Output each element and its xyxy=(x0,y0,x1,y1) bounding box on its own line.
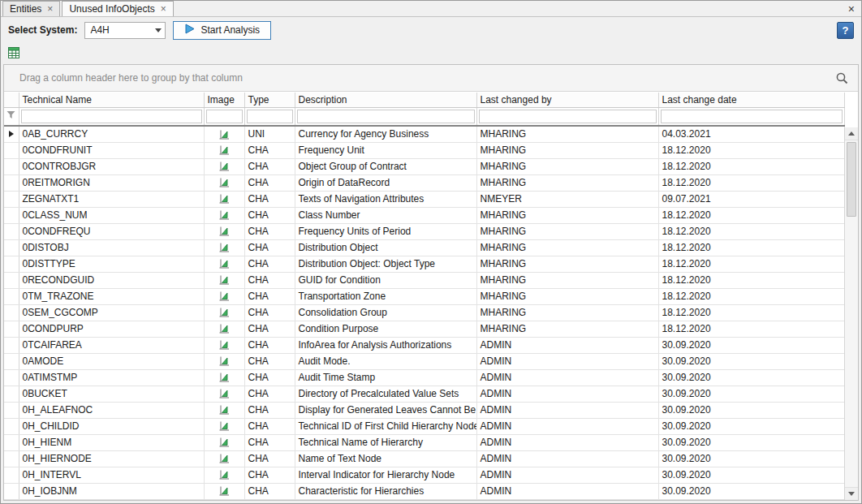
cell-type[interactable]: CHA xyxy=(244,369,295,386)
cell-description[interactable]: Consolidation Group xyxy=(295,304,476,321)
vertical-scrollbar[interactable] xyxy=(844,127,858,500)
cell-last-change-date[interactable]: 18.12.2020 xyxy=(658,304,844,321)
cell-description[interactable]: Class Number xyxy=(295,207,476,223)
cell-last-changed-by[interactable]: MHARING xyxy=(476,239,658,256)
cell-last-change-date[interactable]: 18.12.2020 xyxy=(658,207,844,223)
cell-technical-name[interactable]: 0H_CHILDID xyxy=(19,418,204,434)
cell-description[interactable]: Condition Purpose xyxy=(295,321,476,337)
cell-last-changed-by[interactable]: ADMIN xyxy=(476,386,658,402)
cell-last-change-date[interactable]: 18.12.2020 xyxy=(658,288,844,304)
table-row[interactable]: 0TCAIFAREA CHA InfoArea for Analysis Aut… xyxy=(4,337,844,353)
cell-type[interactable]: CHA xyxy=(244,467,295,483)
cell-image[interactable] xyxy=(204,239,244,256)
cell-last-changed-by[interactable]: MHARING xyxy=(476,256,658,272)
cell-description[interactable]: Audit Mode. xyxy=(295,353,476,369)
cell-technical-name[interactable]: 0CONDPURP xyxy=(19,321,204,337)
cell-last-changed-by[interactable]: MHARING xyxy=(476,288,658,304)
cell-description[interactable]: Distribution Object xyxy=(295,239,476,256)
cell-last-change-date[interactable]: 30.09.2020 xyxy=(658,483,844,499)
cell-technical-name[interactable]: 0CONDFREQU xyxy=(19,223,204,239)
cell-technical-name[interactable]: 0SEM_CGCOMP xyxy=(19,304,204,321)
column-header-technical-name[interactable]: Technical Name xyxy=(19,93,204,107)
tab-unused-infoobjects[interactable]: Unused InfoObjects × xyxy=(62,1,173,16)
cell-type[interactable]: CHA xyxy=(244,288,295,304)
cell-description[interactable]: Name of Text Node xyxy=(295,450,476,467)
cell-last-changed-by[interactable]: ADMIN xyxy=(476,483,658,499)
cell-image[interactable] xyxy=(204,142,244,158)
cell-description[interactable]: Frequency Units of Period xyxy=(295,223,476,239)
scroll-up-icon[interactable] xyxy=(845,127,858,140)
cell-last-changed-by[interactable]: MHARING xyxy=(476,223,658,239)
cell-technical-name[interactable]: 0AMODE xyxy=(19,353,204,369)
cell-type[interactable]: CHA xyxy=(244,337,295,353)
table-row[interactable]: 0BUCKET CHA Directory of Precalculated V… xyxy=(4,386,844,402)
cell-type[interactable]: CHA xyxy=(244,402,295,418)
column-header-type[interactable]: Type xyxy=(244,93,295,107)
cell-image[interactable] xyxy=(204,288,244,304)
cell-type[interactable]: CHA xyxy=(244,174,295,191)
filter-image[interactable] xyxy=(206,110,243,123)
cell-last-changed-by[interactable]: ADMIN xyxy=(476,402,658,418)
cell-technical-name[interactable]: 0H_INTERVL xyxy=(19,467,204,483)
table-row[interactable]: 0H_INTERVL CHA Interval Indicator for Hi… xyxy=(4,467,844,483)
tab-entities[interactable]: Entities × xyxy=(2,1,60,16)
table-row[interactable]: 0CONDFRUNIT CHA Frequency Unit MHARING 1… xyxy=(4,142,844,158)
cell-image[interactable] xyxy=(204,321,244,337)
cell-type[interactable]: CHA xyxy=(244,207,295,223)
cell-description[interactable]: Distribution Object: Object Type xyxy=(295,256,476,272)
cell-last-change-date[interactable]: 18.12.2020 xyxy=(658,174,844,191)
table-row[interactable]: 0H_HIENM CHA Technical Name of Hierarchy… xyxy=(4,434,844,450)
cell-description[interactable]: Currency for Agency Business xyxy=(295,126,476,142)
table-row[interactable]: 0CLASS_NUM CHA Class Number MHARING 18.1… xyxy=(4,207,844,223)
cell-image[interactable] xyxy=(204,158,244,174)
cell-image[interactable] xyxy=(204,467,244,483)
cell-last-changed-by[interactable]: MHARING xyxy=(476,174,658,191)
cell-description[interactable]: Technical ID of First Child Hierarchy No… xyxy=(295,418,476,434)
cell-image[interactable] xyxy=(204,174,244,191)
cell-image[interactable] xyxy=(204,369,244,386)
export-excel-icon[interactable] xyxy=(7,46,20,62)
column-header-image[interactable]: Image xyxy=(204,93,244,107)
cell-last-changed-by[interactable]: ADMIN xyxy=(476,418,658,434)
table-row[interactable]: 0H_CHILDID CHA Technical ID of First Chi… xyxy=(4,418,844,434)
cell-description[interactable]: Transportation Zone xyxy=(295,288,476,304)
cell-image[interactable] xyxy=(204,402,244,418)
cell-description[interactable]: Object Group of Contract xyxy=(295,158,476,174)
cell-technical-name[interactable]: 0TM_TRAZONE xyxy=(19,288,204,304)
table-row[interactable]: 0SEM_CGCOMP CHA Consolidation Group MHAR… xyxy=(4,304,844,321)
cell-type[interactable]: CHA xyxy=(244,321,295,337)
cell-technical-name[interactable]: ZEGNATXT1 xyxy=(19,191,204,207)
cell-type[interactable]: CHA xyxy=(244,418,295,434)
cell-technical-name[interactable]: 0ATIMSTMP xyxy=(19,369,204,386)
cell-image[interactable] xyxy=(204,483,244,499)
cell-last-change-date[interactable]: 30.09.2020 xyxy=(658,369,844,386)
cell-technical-name[interactable]: 0CONDFRUNIT xyxy=(19,142,204,158)
cell-image[interactable] xyxy=(204,191,244,207)
cell-last-changed-by[interactable]: ADMIN xyxy=(476,434,658,450)
cell-type[interactable]: CHA xyxy=(244,353,295,369)
cell-last-change-date[interactable]: 18.12.2020 xyxy=(658,256,844,272)
cell-last-changed-by[interactable]: ADMIN xyxy=(476,369,658,386)
cell-last-change-date[interactable]: 18.12.2020 xyxy=(658,272,844,288)
cell-description[interactable]: Directory of Precalculated Value Sets xyxy=(295,386,476,402)
cell-technical-name[interactable]: 0CONTROBJGR xyxy=(19,158,204,174)
cell-type[interactable]: CHA xyxy=(244,256,295,272)
cell-image[interactable] xyxy=(204,434,244,450)
cell-image[interactable] xyxy=(204,450,244,467)
cell-description[interactable]: InfoArea for Analysis Authorizations xyxy=(295,337,476,353)
cell-last-change-date[interactable]: 04.03.2021 xyxy=(658,126,844,142)
table-row[interactable]: 0DISTOBJ CHA Distribution Object MHARING… xyxy=(4,239,844,256)
table-row[interactable]: 0H_HIERNODE CHA Name of Text Node ADMIN … xyxy=(4,450,844,467)
cell-description[interactable]: Interval Indicator for Hierarchy Node xyxy=(295,467,476,483)
table-row[interactable]: 0ATIMSTMP CHA Audit Time Stamp ADMIN 30.… xyxy=(4,369,844,386)
cell-image[interactable] xyxy=(204,353,244,369)
close-icon[interactable]: × xyxy=(161,4,166,14)
table-row[interactable]: 0H_IOBJNM CHA Characteristic for Hierarc… xyxy=(4,483,844,499)
cell-description[interactable]: Technical Name of Hierarchy xyxy=(295,434,476,450)
cell-type[interactable]: CHA xyxy=(244,272,295,288)
cell-technical-name[interactable]: 0DISTOBJ xyxy=(19,239,204,256)
column-header-last-changed-by[interactable]: Last changed by xyxy=(476,93,658,107)
filter-last-changed-by[interactable] xyxy=(479,110,657,123)
cell-technical-name[interactable]: 0H_HIENM xyxy=(19,434,204,450)
cell-last-changed-by[interactable]: MHARING xyxy=(476,304,658,321)
